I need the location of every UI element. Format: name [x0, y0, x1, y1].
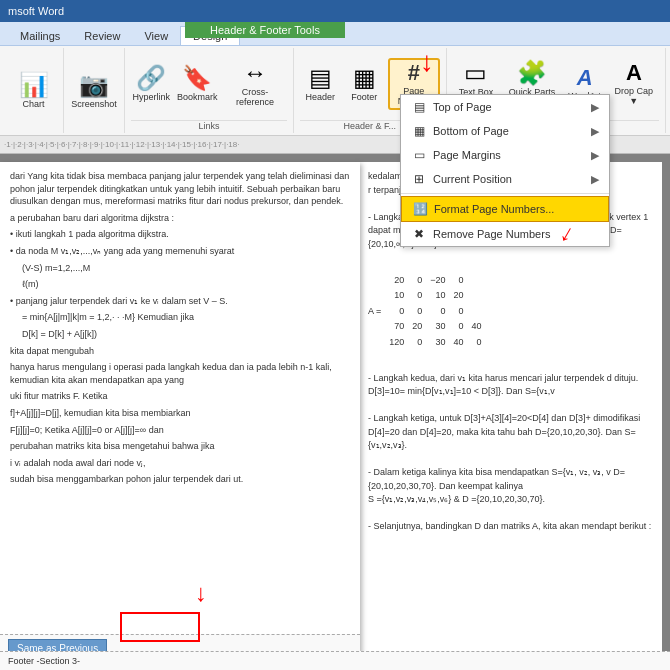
bottom-red-arrow: ↓	[195, 579, 207, 607]
page-number-icon: #	[408, 62, 420, 84]
submenu-arrow-2: ▶	[591, 125, 599, 138]
top-red-arrow: ↓	[420, 46, 434, 78]
submenu-arrow-3: ▶	[591, 149, 599, 162]
ribbon-group-links: 🔗 Hyperlink 🔖 Bookmark ↔ Cross-reference…	[125, 48, 294, 133]
quickparts-icon: 🧩	[517, 61, 547, 85]
dropcap-label: Drop Cap ▼	[613, 86, 655, 106]
dropdown-page-margins[interactable]: ▭ Page Margins ▶	[401, 143, 609, 167]
dropdown-format-page-numbers[interactable]: 🔢 Format Page Numbers...	[401, 196, 609, 222]
screenshot-label: Screenshot	[71, 99, 117, 109]
bottom-of-page-icon: ▦	[411, 123, 427, 139]
submenu-arrow-4: ▶	[591, 173, 599, 186]
bookmark-label: Bookmark	[177, 92, 218, 102]
matrix-table: 200−200 1001020 0000 702030040 120030400	[385, 273, 485, 351]
remove-icon: ✖	[411, 226, 427, 242]
tab-review[interactable]: Review	[72, 27, 132, 45]
tab-mailings[interactable]: Mailings	[8, 27, 72, 45]
red-rect-annotation	[120, 612, 200, 642]
tab-view[interactable]: View	[132, 27, 180, 45]
top-of-page-icon: ▤	[411, 99, 427, 115]
ribbon-group-chart: 📊 Chart	[4, 48, 64, 133]
current-position-icon: ⊞	[411, 171, 427, 187]
dropdown-top-of-page[interactable]: ▤ Top of Page ▶	[401, 95, 609, 119]
bookmark-icon: 🔖	[182, 66, 212, 90]
hyperlink-button[interactable]: 🔗 Hyperlink	[131, 64, 172, 104]
ribbon-group-screenshot: 📷 Screenshot	[64, 48, 125, 133]
format-icon: 🔢	[412, 201, 428, 217]
crossref-label: Cross-reference	[227, 87, 283, 107]
hyperlink-icon: 🔗	[136, 66, 166, 90]
chart-icon: 📊	[19, 73, 49, 97]
title-text: msoft Word	[8, 5, 64, 17]
crossref-icon: ↔	[243, 61, 267, 85]
doc-content-left: dari Yang kita tidak bisa membaca panjan…	[10, 170, 350, 486]
dropdown-current-position[interactable]: ⊞ Current Position ▶	[401, 167, 609, 191]
dropdown-bottom-of-page[interactable]: ▦ Bottom of Page ▶	[401, 119, 609, 143]
screenshot-button[interactable]: 📷 Screenshot	[67, 71, 121, 111]
chart-label: Chart	[22, 99, 44, 109]
dropdown-menu: ▤ Top of Page ▶ ▦ Bottom of Page ▶ ▭ Pag…	[400, 94, 610, 247]
submenu-arrow: ▶	[591, 101, 599, 114]
chart-button[interactable]: 📊 Chart	[14, 71, 54, 111]
header-button[interactable]: ▤ Header	[300, 64, 340, 104]
dropcap-icon: A	[626, 62, 642, 84]
hf-tools-bar: Header & Footer Tools	[185, 22, 345, 38]
textbox-icon: ▭	[464, 61, 487, 85]
title-bar: msoft Word Header & Footer Tools	[0, 0, 670, 22]
header-icon: ▤	[309, 66, 332, 90]
dropdown-separator	[401, 193, 609, 194]
links-group-label: Links	[131, 120, 287, 133]
dropcap-button[interactable]: A Drop Cap ▼	[609, 60, 659, 108]
dropdown-remove-page-numbers[interactable]: ✖ Remove Page Numbers	[401, 222, 609, 246]
footer-button[interactable]: ▦ Footer	[344, 64, 384, 104]
screenshot-icon: 📷	[79, 73, 109, 97]
wordart-icon: A	[577, 67, 593, 89]
footer-label: Footer	[351, 92, 377, 102]
document-page-left: dari Yang kita tidak bisa membaca panjan…	[0, 162, 360, 662]
page-margins-icon: ▭	[411, 147, 427, 163]
bookmark-button[interactable]: 🔖 Bookmark	[176, 64, 219, 104]
footer-section-label: Footer -Section 3-	[360, 651, 662, 662]
hyperlink-label: Hyperlink	[133, 92, 171, 102]
crossref-button[interactable]: ↔ Cross-reference	[223, 59, 287, 109]
footer-icon: ▦	[353, 66, 376, 90]
header-label: Header	[305, 92, 335, 102]
